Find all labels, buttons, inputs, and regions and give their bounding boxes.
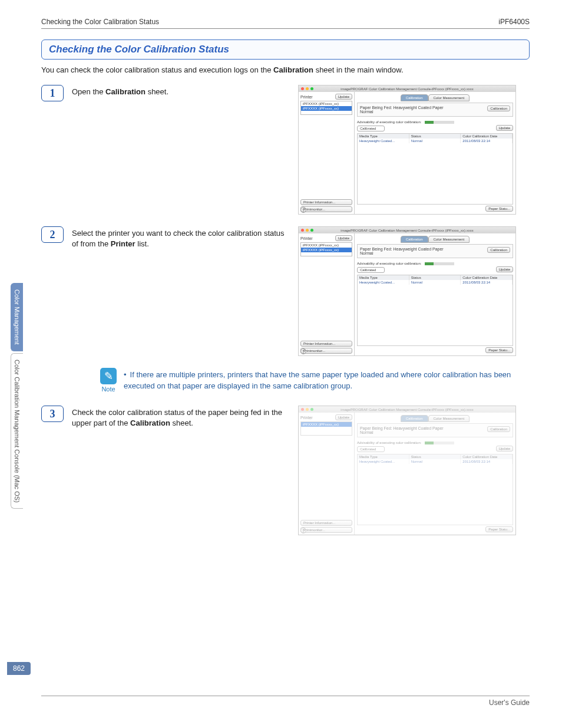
paper-label: Paper Being Fed: (360, 247, 392, 251)
window-titlebar: imagePROGRAF Color Calibration Managemen… (299, 85, 515, 92)
calibration-button[interactable]: Calibration (487, 106, 510, 111)
printer-info-button[interactable]: Printer Information... (300, 520, 352, 526)
note-icon: ✎ (100, 368, 117, 384)
calibration-button[interactable]: Calibration (487, 247, 510, 253)
update-button[interactable]: Update (496, 446, 513, 452)
note-block: ✎ Note •If there are multiple printers, … (100, 368, 530, 393)
filter-dropdown[interactable]: Calibrated (357, 267, 385, 273)
cell: Normal (409, 459, 461, 464)
list-item[interactable]: iPFXXXX (iPFxxxx_xx) (301, 248, 352, 252)
note-label: Note (100, 386, 117, 393)
side-tab-color-management[interactable]: Color Management (11, 283, 23, 351)
calibration-table: Media Type Status Color Calibration Date… (357, 275, 513, 346)
paper-status-button[interactable]: Paper Statu... (485, 206, 513, 212)
advisability-bar (425, 442, 454, 444)
step-number: 1 (41, 85, 64, 101)
printer-list[interactable]: iPFXXXX (iPFxxxx_xx) (300, 421, 352, 436)
printer-info-button[interactable]: Printer Information... (300, 341, 352, 347)
list-item[interactable]: iPFXXXX (iPFxxxx_xx) (301, 106, 352, 111)
t: Calibration (130, 419, 170, 427)
calibration-button[interactable]: Calibration (487, 426, 510, 432)
list-item[interactable]: iPFXXXX (iPFxxxx_xx) (301, 243, 352, 248)
intro-post: sheet in the main window. (313, 65, 403, 74)
update-button[interactable]: Update (335, 94, 352, 100)
help-icon[interactable]: ? (300, 348, 306, 354)
tab-calibration[interactable]: Calibration (401, 94, 428, 101)
printmonitor-button[interactable]: Printmonitor... (300, 206, 352, 212)
paper-value: Heavyweight Coated Paper (393, 426, 443, 430)
header-right: iPF6400S (498, 18, 530, 26)
printmonitor-button[interactable]: Printmonitor... (300, 348, 352, 354)
printer-info-button[interactable]: Printer Information... (300, 199, 352, 205)
printer-list[interactable]: iPFXXXX (iPFxxxx_xx) iPFXXXX (iPFxxxx_xx… (300, 101, 352, 115)
footer: User's Guide (41, 696, 530, 707)
cell: Normal (409, 139, 461, 143)
table-row[interactable]: Heavyweight Coated... Normal 2011/08/03 … (358, 139, 513, 143)
table-row[interactable]: Heavyweight Coated... Normal 2011/08/03 … (358, 280, 513, 285)
step-number: 2 (41, 226, 64, 243)
col-media[interactable]: Media Type (358, 134, 409, 139)
status-value: Normal (360, 110, 444, 114)
tab-color-measurement[interactable]: Color Measurement (428, 94, 470, 101)
col-date[interactable]: Color Calibration Date (461, 275, 513, 280)
window-titlebar: imagePROGRAF Color Calibration Managemen… (299, 227, 515, 233)
close-icon[interactable] (301, 408, 304, 411)
cell: 2011/08/03 22:14 (461, 280, 513, 285)
printer-list[interactable]: iPFXXXX (iPFxxxx_xx) iPFXXXX (iPFxxxx_xx… (300, 242, 352, 256)
tab-calibration[interactable]: Calibration (401, 236, 428, 243)
t: sheet. (146, 87, 168, 96)
col-media[interactable]: Media Type (358, 275, 409, 280)
tab-color-measurement[interactable]: Color Measurement (428, 236, 470, 243)
filter-dropdown[interactable]: Calibrated (357, 126, 385, 131)
update-button[interactable]: Update (335, 235, 352, 241)
step-text: Open the Calibration sheet. (72, 85, 290, 97)
col-status[interactable]: Status (409, 454, 461, 459)
minimize-icon[interactable] (306, 408, 309, 411)
tab-color-measurement[interactable]: Color Measurement (428, 415, 470, 422)
update-button[interactable]: Update (335, 414, 352, 420)
bullet-icon: • (124, 370, 127, 381)
side-tab-console[interactable]: Color Calibration Management Console (Ma… (11, 353, 23, 509)
t: Calibration (105, 87, 146, 96)
status-value: Normal (360, 430, 444, 434)
printmonitor-button[interactable]: Printmonitor... (300, 527, 352, 533)
step-screenshot: imagePROGRAF Color Calibration Managemen… (298, 406, 516, 535)
table-row[interactable]: Heavyweight Coated... Normal 2011/08/03 … (358, 459, 513, 464)
help-icon[interactable]: ? (300, 528, 306, 533)
list-item[interactable]: iPFXXXX (iPFxxxx_xx) (301, 101, 352, 106)
col-media[interactable]: Media Type (358, 454, 409, 459)
cell: Heavyweight Coated... (358, 280, 409, 285)
advisability-bar (425, 262, 454, 265)
app-window: imagePROGRAF Color Calibration Managemen… (298, 85, 516, 215)
zoom-icon[interactable] (310, 408, 313, 411)
step-3: 3 Check the color calibration status of … (41, 406, 530, 535)
step-screenshot: imagePROGRAF Color Calibration Managemen… (298, 226, 516, 356)
filter-dropdown[interactable]: Calibrated (357, 446, 385, 452)
update-button[interactable]: Update (496, 266, 513, 272)
col-status[interactable]: Status (409, 275, 461, 280)
printer-label: Printer (300, 95, 313, 99)
step-screenshot: imagePROGRAF Color Calibration Managemen… (298, 85, 516, 215)
cell: Heavyweight Coated... (358, 139, 409, 143)
cell: Normal (409, 280, 461, 285)
paper-status-button[interactable]: Paper Statu... (485, 526, 513, 532)
cell: 2011/08/03 22:14 (461, 459, 513, 464)
step-1: 1 Open the Calibration sheet. imagePROGR… (41, 85, 530, 215)
col-date[interactable]: Color Calibration Date (461, 134, 513, 139)
app-window: imagePROGRAF Color Calibration Managemen… (298, 226, 516, 356)
list-item[interactable]: iPFXXXX (iPFxxxx_xx) (301, 422, 352, 427)
side-tabs: Color Management Color Calibration Manag… (11, 283, 23, 509)
header-left: Checking the Color Calibration Status (41, 18, 159, 26)
paper-value: Heavyweight Coated Paper (393, 247, 443, 251)
intro-text: You can check the color calibration stat… (41, 65, 530, 74)
update-button[interactable]: Update (496, 125, 513, 131)
tab-calibration[interactable]: Calibration (401, 415, 428, 422)
paper-status-button[interactable]: Paper Statu... (485, 347, 513, 353)
calibration-table: Media Type Status Color Calibration Date… (357, 454, 513, 525)
col-status[interactable]: Status (409, 134, 461, 139)
t: list. (135, 239, 149, 248)
help-icon[interactable]: ? (300, 207, 306, 213)
col-date[interactable]: Color Calibration Date (461, 454, 513, 459)
window-titlebar: imagePROGRAF Color Calibration Managemen… (299, 406, 515, 413)
printer-label: Printer (300, 236, 313, 241)
